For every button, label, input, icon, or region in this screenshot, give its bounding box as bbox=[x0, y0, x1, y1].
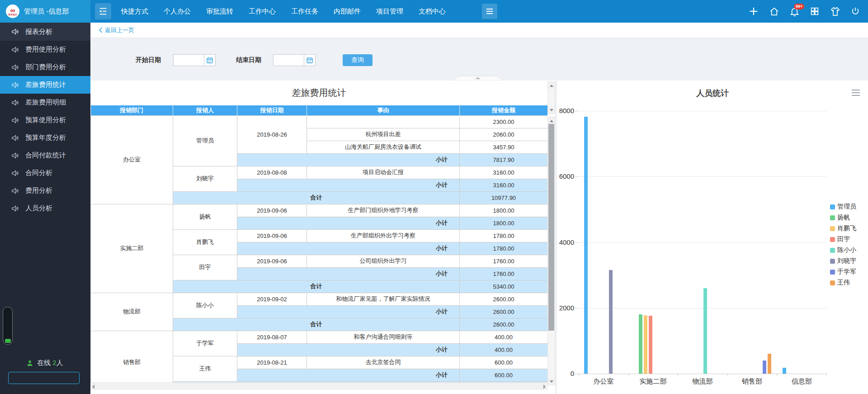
total-amount: 10977.90 bbox=[460, 191, 548, 204]
add-icon[interactable] bbox=[748, 6, 759, 17]
subtotal-amount: 2600.00 bbox=[460, 305, 548, 318]
speaker-icon bbox=[11, 99, 19, 107]
legend-item[interactable]: 陈小小 bbox=[830, 247, 856, 253]
x-axis-label: 办公室 bbox=[579, 377, 628, 386]
subtotal-amount: 400.00 bbox=[460, 343, 548, 356]
end-date-calendar-icon[interactable] bbox=[304, 54, 316, 66]
sidebar-item[interactable]: 部门费用分析 bbox=[0, 58, 90, 76]
y-tick bbox=[575, 308, 578, 309]
more-menu-button[interactable] bbox=[482, 4, 497, 19]
back-link[interactable]: 返回上一页 bbox=[90, 23, 868, 38]
scrollbar-thumb[interactable] bbox=[548, 124, 554, 331]
department-cell: 实施二部 bbox=[91, 204, 173, 293]
theme-shirt-icon[interactable] bbox=[830, 6, 840, 17]
chart-toolbox-icon[interactable] bbox=[852, 90, 860, 96]
sidebar-item[interactable]: 合同分析 bbox=[0, 164, 90, 182]
scroll-left-icon[interactable] bbox=[92, 385, 94, 389]
sidebar-item[interactable]: 差旅费用统计 bbox=[0, 76, 90, 94]
speaker-icon bbox=[11, 46, 19, 54]
table-title: 差旅费用统计 bbox=[90, 81, 547, 105]
sidebar-menu: 费用使用分析部门费用分析差旅费用统计差旅费用明细预算使用分析预算年度分析合同付款… bbox=[0, 41, 90, 217]
speaker-icon bbox=[11, 152, 19, 160]
date-cell: 2019-08-21 bbox=[237, 356, 307, 369]
outer-vertical-scrollbar[interactable] bbox=[547, 81, 555, 114]
sidebar-item[interactable]: 人员分析 bbox=[0, 199, 90, 217]
total-amount: 5340.00 bbox=[460, 280, 548, 293]
legend-item[interactable]: 肖鹏飞 bbox=[830, 225, 856, 232]
chart-legend: 管理员扬帆肖鹏飞田宇陈小小刘晓宇于学军王伟 bbox=[830, 204, 856, 290]
date-cell: 2019-09-02 bbox=[237, 293, 307, 305]
volume-slider[interactable] bbox=[3, 307, 13, 345]
nav-item[interactable]: 工作中心 bbox=[249, 7, 276, 16]
amount-cell: 1800.00 bbox=[460, 204, 548, 217]
subtotal-amount: 1780.00 bbox=[460, 242, 548, 255]
scroll-down-icon[interactable] bbox=[548, 106, 555, 114]
y-tick bbox=[575, 111, 578, 111]
notifications-icon[interactable]: 99+ bbox=[789, 6, 800, 17]
scroll-up-icon[interactable] bbox=[548, 82, 555, 89]
reason-cell: 公司组织外出学习 bbox=[307, 255, 460, 267]
date-cell: 2019-08-07 bbox=[237, 331, 307, 343]
home-icon[interactable] bbox=[769, 6, 779, 17]
topnav: 快捷方式个人办公审批流转工作中心工作任务内部邮件项目管理文档中心 bbox=[121, 0, 446, 23]
nav-item[interactable]: 工作任务 bbox=[291, 7, 318, 16]
logo-block: ∞ 华天动力 管理员 -信息部 bbox=[0, 0, 90, 23]
nav-item[interactable]: 快捷方式 bbox=[121, 7, 148, 16]
date-cell: 2019-09-06 bbox=[237, 255, 307, 267]
gridline bbox=[579, 308, 826, 309]
nav-item[interactable]: 个人办公 bbox=[164, 7, 191, 16]
app-window: ∞ 华天动力 管理员 -信息部 快捷方式个人办公审批流转工作中心工作任务内部邮件… bbox=[0, 0, 868, 394]
expense-row: 实施二部扬帆2019-09-06生产部门组织外地学习考察1800.00 bbox=[91, 204, 548, 217]
x-axis-label: 物流部 bbox=[678, 377, 727, 386]
legend-item[interactable]: 管理员 bbox=[830, 204, 856, 210]
apps-grid-icon[interactable] bbox=[809, 6, 820, 17]
speaker-icon bbox=[11, 169, 19, 177]
person-cell: 于学军 bbox=[173, 331, 237, 356]
table-vertical-scrollbar[interactable] bbox=[547, 117, 555, 385]
logout-power-icon[interactable] bbox=[850, 6, 861, 17]
legend-item[interactable]: 扬帆 bbox=[830, 214, 856, 221]
end-date-label: 结束日期 bbox=[236, 56, 261, 64]
legend-item[interactable]: 王伟 bbox=[830, 280, 856, 286]
nav-item[interactable]: 文档中心 bbox=[419, 7, 446, 16]
start-date-calendar-icon[interactable] bbox=[204, 54, 216, 66]
sidebar-item[interactable]: 合同付款统计 bbox=[0, 147, 90, 164]
subtotal-amount: 600.00 bbox=[460, 369, 548, 381]
subtotal-label: 小计 bbox=[237, 217, 460, 229]
topbar-icons: 99+ bbox=[748, 0, 861, 23]
reason-cell: 和客户沟通合同细则等 bbox=[307, 331, 460, 343]
sidebar-group-header: 报表分析 bbox=[0, 23, 90, 41]
sidebar-item[interactable]: 差旅费用明细 bbox=[0, 94, 90, 111]
scroll-up-icon[interactable] bbox=[548, 117, 555, 124]
amount-cell: 1760.00 bbox=[460, 255, 548, 267]
nav-item[interactable]: 内部邮件 bbox=[334, 7, 361, 16]
speaker-icon bbox=[11, 63, 19, 71]
query-button[interactable]: 查询 bbox=[343, 54, 373, 66]
chart-bar bbox=[649, 316, 652, 374]
nav-item[interactable]: 审批流转 bbox=[206, 7, 233, 16]
back-chevron-icon bbox=[99, 27, 103, 33]
scroll-down-icon[interactable] bbox=[548, 378, 555, 385]
sidebar-item[interactable]: 预算年度分析 bbox=[0, 129, 90, 147]
legend-item[interactable]: 田宇 bbox=[830, 236, 856, 242]
total-amount: 2600.00 bbox=[460, 318, 548, 331]
sidebar-search-input[interactable] bbox=[9, 372, 95, 384]
topbar: ∞ 华天动力 管理员 -信息部 快捷方式个人办公审批流转工作中心工作任务内部邮件… bbox=[0, 0, 868, 23]
x-axis-label: 实施二部 bbox=[628, 377, 678, 386]
sidebar-item[interactable]: 费用分析 bbox=[0, 182, 90, 199]
legend-item[interactable]: 刘晓宇 bbox=[830, 258, 856, 264]
sidebar-collapse-icon[interactable] bbox=[95, 3, 111, 19]
table-horizontal-scrollbar[interactable] bbox=[90, 382, 547, 390]
amount-cell: 600.00 bbox=[460, 356, 548, 369]
nav-item[interactable]: 项目管理 bbox=[376, 7, 403, 16]
speaker-icon bbox=[11, 134, 19, 142]
scroll-right-icon[interactable] bbox=[543, 385, 546, 389]
subtotal-label: 小计 bbox=[237, 369, 460, 381]
sidebar-item[interactable]: 预算使用分析 bbox=[0, 111, 90, 129]
sidebar-item[interactable]: 费用使用分析 bbox=[0, 41, 90, 58]
legend-item[interactable]: 于学军 bbox=[830, 269, 856, 275]
subtotal-label: 小计 bbox=[237, 153, 460, 166]
end-date-group bbox=[273, 54, 316, 66]
start-date-input[interactable] bbox=[173, 54, 204, 66]
end-date-input[interactable] bbox=[273, 54, 304, 66]
